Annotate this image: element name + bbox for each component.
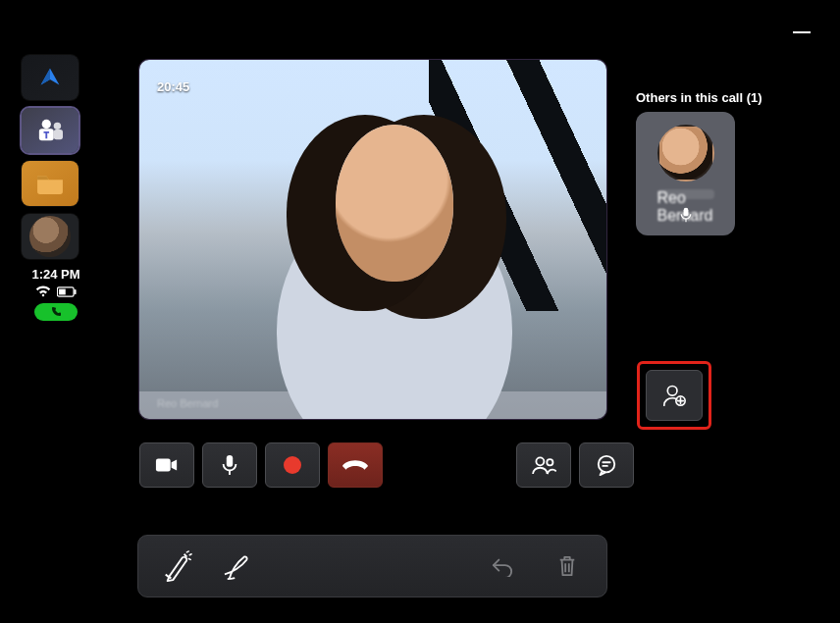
mic-toggle-button[interactable] (202, 442, 257, 488)
camera-toggle-button[interactable] (139, 442, 194, 488)
pen-highlight-button[interactable] (158, 550, 197, 582)
app-tile-realwear[interactable] (22, 55, 79, 100)
svg-point-15 (599, 456, 615, 473)
record-icon (284, 456, 301, 474)
app-tile-teams[interactable] (22, 108, 79, 153)
svg-point-4 (42, 294, 45, 297)
annotation-toolbar (137, 535, 607, 597)
svg-point-13 (536, 457, 544, 465)
user-avatar-icon (29, 216, 71, 257)
svg-rect-12 (227, 455, 233, 467)
participant-avatar (657, 125, 714, 182)
app-tile-avatar[interactable] (22, 214, 79, 259)
trash-icon (557, 554, 577, 578)
undo-icon (491, 555, 514, 577)
video-caption-name: Reo Bernard (157, 397, 218, 409)
status-row (22, 286, 90, 297)
svg-rect-7 (59, 288, 66, 294)
call-timer: 20:45 (157, 79, 189, 94)
chat-button[interactable] (579, 442, 634, 488)
undo-button[interactable] (483, 555, 522, 577)
svg-point-9 (667, 387, 677, 396)
mic-icon (221, 454, 238, 476)
svg-point-14 (547, 459, 552, 465)
record-button[interactable] (265, 442, 320, 488)
main-video-tile[interactable]: 20:45 Reo Bernard (139, 60, 606, 419)
hangup-icon (341, 458, 369, 472)
active-call-pill[interactable] (34, 303, 78, 321)
people-icon (531, 455, 556, 475)
teams-icon (35, 118, 65, 143)
phone-icon (50, 306, 62, 318)
pen-highlight-icon (162, 550, 193, 582)
add-person-button[interactable] (646, 370, 703, 421)
pen-icon (224, 551, 253, 581)
participant-tile[interactable]: Reo Bernard (636, 112, 735, 235)
svg-point-0 (42, 120, 51, 129)
minimize-icon[interactable] (793, 31, 811, 33)
svg-rect-6 (75, 289, 77, 294)
svg-rect-11 (156, 459, 171, 472)
video-caption-strip: Reo Bernard (139, 391, 606, 419)
battery-icon (57, 286, 77, 297)
people-button[interactable] (516, 442, 571, 488)
participant-name: Reo Bernard (657, 189, 714, 199)
chat-icon (596, 454, 617, 476)
wifi-icon (35, 286, 51, 297)
end-call-button[interactable] (328, 442, 383, 488)
trash-button[interactable] (548, 554, 587, 578)
add-person-highlight (637, 361, 711, 430)
sidebar-clock: 1:24 PM (22, 267, 90, 282)
call-controls (139, 442, 634, 488)
app-sidebar: 1:24 PM (22, 55, 90, 321)
pen-button[interactable] (219, 551, 258, 581)
face-illustration (354, 182, 421, 250)
camera-icon (155, 456, 179, 474)
svg-rect-3 (54, 130, 63, 139)
folder-icon (35, 172, 65, 195)
add-person-icon (661, 383, 687, 408)
realwear-logo-icon (35, 63, 65, 92)
others-in-call-label: Others in this call (1) (636, 90, 762, 105)
app-tile-files[interactable] (22, 161, 79, 206)
svg-point-2 (54, 123, 61, 130)
